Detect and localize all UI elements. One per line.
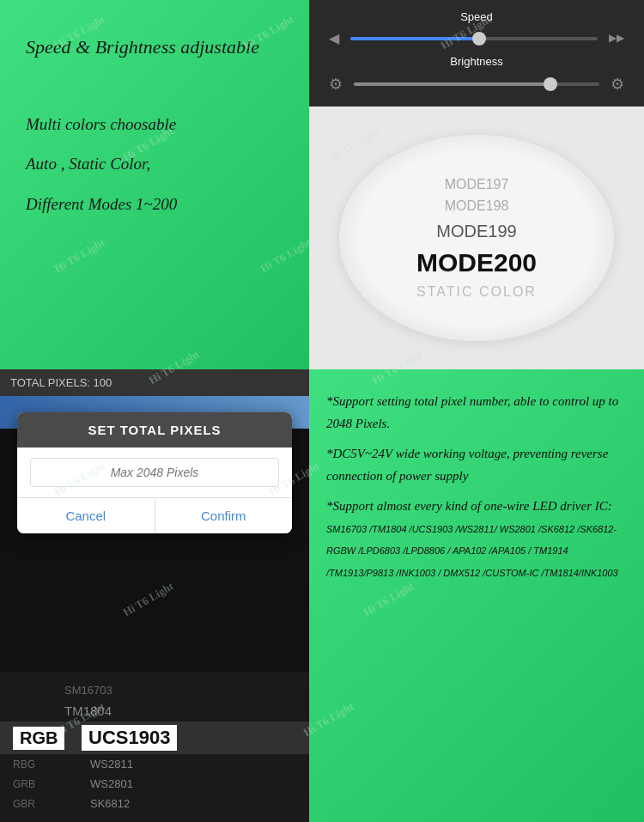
control-panel: Speed ◀ ▶▶ Brightness ⚙ ⚙	[309, 0, 644, 107]
list-label-gbr: GBR	[13, 798, 64, 810]
list-item-tm1804: TM1804	[0, 700, 309, 722]
phone-list: SM16703 TM1804 RGB UCS1903 RBG WS2811 GR…	[0, 672, 309, 822]
gear-icon-left[interactable]: ⚙	[322, 75, 349, 94]
list-item-sm16703: SM16703	[0, 680, 309, 700]
brightness-label: Brightness	[322, 55, 631, 68]
confirm-button[interactable]: Confirm	[155, 498, 293, 533]
list-value-tm1804: TM1804	[64, 703, 112, 718]
list-item-sk6812: GBR SK6812	[0, 794, 309, 813]
feature-colors: Multi colors choosable	[26, 113, 283, 137]
phone-top-bar: TOTAL PIXELS: 100	[0, 369, 309, 396]
dialog-title: SET TOTAL PIXELS	[17, 412, 292, 448]
brightness-slider-thumb[interactable]	[544, 77, 557, 91]
top-section: Speed & Brightness adjustable Multi colo…	[0, 0, 644, 369]
info-paragraph-3: *Support almost every kind of one-wire L…	[326, 496, 627, 583]
info-paragraph-2: *DC5V~24V wide working voltage, preventi…	[326, 443, 627, 487]
feature-auto: Auto , Static Color,	[26, 152, 283, 177]
list-label-rgb: RGB	[13, 727, 64, 750]
list-item-ucs1903[interactable]: RGB UCS1903	[0, 722, 309, 754]
dialog-input-row	[17, 448, 292, 497]
brightness-slider-fill	[354, 82, 550, 86]
list-item-ws2801: GRB WS2801	[0, 774, 309, 794]
info-ic-list: SM16703 /TM1804 /UCS1903 /WS2811/ WS2801…	[326, 524, 618, 578]
speed-label: Speed	[322, 10, 631, 23]
speed-slider-row: ◀ ▶▶	[322, 30, 631, 46]
total-pixels-label: TOTAL PIXELS:	[10, 376, 94, 389]
dialog-buttons: Cancel Confirm	[17, 497, 292, 533]
mode-ellipse: MODE197 MODE198 MODE199 MODE200 STATIC C…	[339, 135, 614, 341]
speed-left-arrow[interactable]: ◀	[322, 30, 346, 46]
list-value-sm16703: SM16703	[64, 684, 112, 697]
speed-slider-fill	[350, 37, 479, 40]
mode-200[interactable]: MODE200	[416, 245, 537, 281]
list-label-grb: GRB	[13, 778, 64, 790]
top-right-panel: Speed ◀ ▶▶ Brightness ⚙ ⚙	[309, 0, 644, 369]
dialog-box: SET TOTAL PIXELS Cancel Confirm	[17, 412, 292, 533]
mode-199[interactable]: MODE199	[436, 217, 516, 245]
mode-selector: MODE197 MODE198 MODE199 MODE200 STATIC C…	[309, 107, 644, 369]
mode-198[interactable]: MODE198	[445, 195, 509, 217]
pixel-input[interactable]	[30, 458, 279, 487]
brightness-slider-row: ⚙ ⚙	[322, 75, 631, 94]
list-value-ucs1903: UCS1903	[82, 725, 177, 751]
mode-static-color[interactable]: STATIC COLOR	[416, 281, 537, 303]
brightness-slider-track[interactable]	[354, 82, 599, 86]
gear-icon-right[interactable]: ⚙	[604, 75, 631, 94]
list-item-ws2811: RBG WS2811	[0, 754, 309, 774]
bottom-section: TOTAL PIXELS: 100 SET TOTAL PIXELS Cance…	[0, 369, 644, 822]
speed-right-arrow[interactable]: ▶▶	[602, 32, 631, 45]
bottom-right-panel: *Support setting total pixel number, abl…	[309, 369, 644, 822]
phone-screen: TOTAL PIXELS: 100 SET TOTAL PIXELS Cance…	[0, 369, 309, 822]
list-value-sk6812: SK6812	[90, 797, 130, 810]
top-left-panel: Speed & Brightness adjustable Multi colo…	[0, 0, 309, 369]
speed-slider-thumb[interactable]	[472, 32, 486, 46]
feature-modes: Different Modes 1~200	[26, 192, 283, 217]
list-value-ws2811: WS2811	[90, 758, 133, 770]
cancel-button[interactable]: Cancel	[17, 498, 155, 533]
mode-197[interactable]: MODE197	[445, 174, 509, 196]
list-value-ws2801: WS2801	[90, 777, 133, 790]
list-label-rbg: RBG	[13, 758, 64, 770]
total-pixels-value: 100	[94, 376, 112, 389]
speed-brightness-title: Speed & Brightness adjustable	[26, 34, 283, 61]
bottom-left-panel: TOTAL PIXELS: 100 SET TOTAL PIXELS Cance…	[0, 369, 309, 822]
speed-slider-track[interactable]	[350, 37, 598, 40]
info-paragraph-1: *Support setting total pixel number, abl…	[326, 391, 627, 435]
